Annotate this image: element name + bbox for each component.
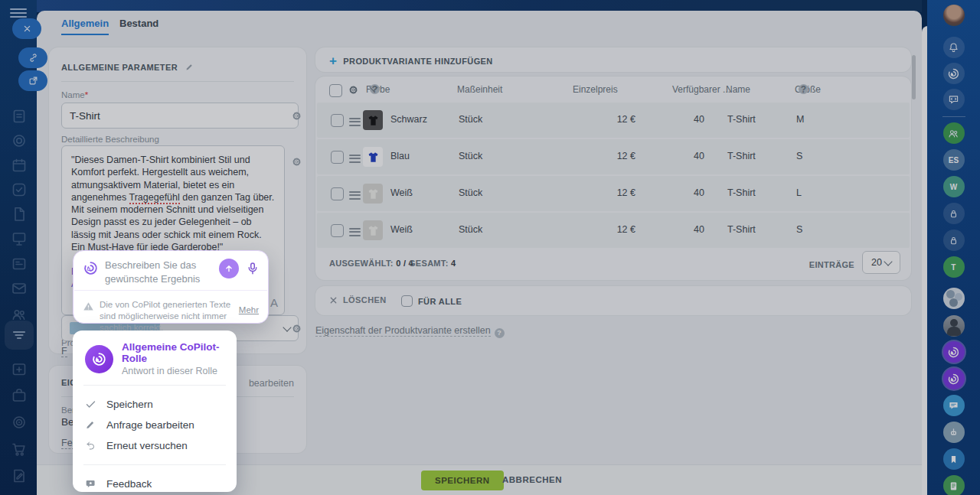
warning-icon <box>83 301 94 312</box>
copilot-role-title[interactable]: Allgemeine CoPilot-Rolle <box>122 341 224 364</box>
microphone-icon[interactable] <box>245 261 260 276</box>
feedback-icon <box>85 478 96 490</box>
menu-item-anfrage-bearbeiten[interactable]: Anfrage bearbeiten <box>85 415 224 435</box>
copilot-context-menu: Allgemeine CoPilot-Rolle Antwort in dies… <box>73 331 237 492</box>
send-prompt-button[interactable] <box>219 259 239 278</box>
check-icon <box>85 399 96 410</box>
menu-item-speichern[interactable]: Speichern <box>85 394 224 415</box>
copilot-prompt-popup: Beschreiben Sie das gewünschte Ergebnis … <box>73 250 269 324</box>
menu-item-feedback[interactable]: Feedback <box>85 474 224 494</box>
copilot-role-subtitle: Antwort in dieser Rolle <box>122 366 224 376</box>
copilot-prompt-input[interactable]: Beschreiben Sie das gewünschte Ergebnis <box>105 259 213 285</box>
copilot-disclaimer: Die von CoPilot generierten Texte sind m… <box>100 299 234 334</box>
copilot-role-icon <box>85 345 113 373</box>
menu-item-erneut-versuchen[interactable]: Erneut versuchen <box>85 435 224 456</box>
more-link[interactable]: Mehr <box>239 305 259 314</box>
copilot-icon <box>83 260 99 276</box>
undo-icon <box>85 440 96 451</box>
app-root: ESWT Allgemein Bestand ALLGEMEINE PARAME… <box>0 0 980 495</box>
pencil-icon <box>85 419 96 431</box>
